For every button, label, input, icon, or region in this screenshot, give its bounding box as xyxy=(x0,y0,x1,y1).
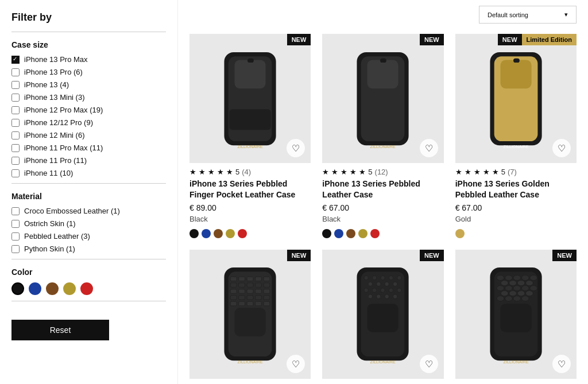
star-icon: ★ xyxy=(474,168,481,176)
svg-point-48 xyxy=(373,276,377,280)
review-count: (12) xyxy=(375,168,388,176)
new-badge: NEW xyxy=(552,250,577,261)
svg-point-78 xyxy=(497,286,504,291)
heart-icon: ♡ xyxy=(292,143,300,154)
case-size-filter-item: iPhone 12 Pro Max (19) xyxy=(11,106,166,114)
svg-point-85 xyxy=(517,291,525,296)
material-checkbox[interactable] xyxy=(11,245,20,253)
wishlist-button[interactable]: ♡ xyxy=(552,355,571,373)
sort-dropdown[interactable]: Default sorting ▾ xyxy=(479,6,577,24)
svg-rect-21 xyxy=(256,277,262,281)
review-count: (4) xyxy=(242,168,251,176)
svg-rect-32 xyxy=(264,289,270,293)
wishlist-button[interactable]: ♡ xyxy=(287,355,305,373)
filter-title: Filter by xyxy=(11,11,166,24)
new-badge: NEW xyxy=(498,34,522,45)
color-dot[interactable] xyxy=(370,229,380,238)
heart-icon: ♡ xyxy=(558,143,566,154)
svg-rect-18 xyxy=(230,277,237,281)
color-dot[interactable] xyxy=(334,229,343,238)
svg-point-75 xyxy=(509,281,517,286)
color-dot[interactable] xyxy=(202,229,211,238)
product-card: ZILLIONAIRE NEW♡★★★★★ 5 (1)iPhone 13 Ser… xyxy=(455,250,577,384)
product-image-wrap: ZILLIONAIRE NEW♡ xyxy=(189,34,311,163)
material-checkbox[interactable] xyxy=(11,220,20,228)
main-content: Default sorting ▾ ZILLIONAIRE NEW♡★★★★★ … xyxy=(178,0,588,384)
svg-rect-35 xyxy=(247,296,253,300)
badge-wrap: NEW xyxy=(420,250,444,261)
color-dot[interactable] xyxy=(322,229,331,238)
color-swatches xyxy=(11,282,166,295)
wishlist-button[interactable]: ♡ xyxy=(552,139,571,157)
product-price: € 67.00 xyxy=(455,203,577,212)
svg-rect-43 xyxy=(235,308,266,337)
color-dot[interactable] xyxy=(455,229,465,238)
color-swatch[interactable] xyxy=(46,282,59,295)
svg-point-74 xyxy=(501,281,508,286)
case-size-checkbox[interactable] xyxy=(11,157,20,165)
case-size-checkbox[interactable] xyxy=(11,94,20,102)
wishlist-button[interactable]: ♡ xyxy=(420,355,438,373)
star-icon: ★ xyxy=(189,168,196,176)
product-card: ZILLIONAIRE NEW♡★★★★★ 5 (1)iPhone 13 Ser… xyxy=(322,250,443,384)
rating-value: 5 xyxy=(501,168,505,176)
svg-point-71 xyxy=(513,276,521,281)
svg-rect-22 xyxy=(264,277,270,281)
case-size-checkbox[interactable] xyxy=(11,144,20,152)
svg-point-87 xyxy=(497,296,504,301)
case-size-checkbox[interactable] xyxy=(11,81,20,89)
rating-value: 5 xyxy=(368,168,372,176)
new-badge: NEW xyxy=(287,250,311,261)
case-size-checkbox[interactable] xyxy=(11,68,20,76)
svg-point-63 xyxy=(385,294,389,298)
material-filter-item: Croco Embossed Leather (1) xyxy=(11,207,166,215)
svg-text:ZILLIONAIRE: ZILLIONAIRE xyxy=(370,359,396,364)
svg-point-59 xyxy=(389,288,393,292)
svg-point-60 xyxy=(397,288,401,292)
svg-point-86 xyxy=(525,291,533,296)
color-dot[interactable] xyxy=(358,229,368,238)
product-price: € 89.00 xyxy=(189,203,311,212)
color-dot[interactable] xyxy=(238,229,247,238)
color-swatch[interactable] xyxy=(63,282,76,295)
material-checkbox[interactable] xyxy=(11,232,20,241)
svg-rect-25 xyxy=(247,283,253,287)
material-filter-label: Python Skin (1) xyxy=(24,245,75,253)
svg-point-73 xyxy=(530,276,537,281)
svg-rect-14 xyxy=(513,58,520,62)
svg-point-90 xyxy=(521,296,529,301)
svg-point-77 xyxy=(525,281,533,286)
color-swatch[interactable] xyxy=(11,282,24,295)
color-swatch[interactable] xyxy=(80,282,93,295)
product-name: iPhone 13 Series Pebbled Finger Pocket L… xyxy=(189,179,311,199)
svg-text:ZILLIONAIRE: ZILLIONAIRE xyxy=(238,143,263,149)
color-dot[interactable] xyxy=(226,229,235,238)
svg-point-64 xyxy=(393,294,397,298)
case-size-checkbox[interactable] xyxy=(11,56,20,64)
svg-point-76 xyxy=(517,281,525,286)
product-image-wrap: ZILLIONAIRE NEWLimited Edition♡ xyxy=(455,34,577,163)
product-image-wrap: ZILLIONAIRE NEW♡ xyxy=(322,250,443,379)
reset-button[interactable]: Reset xyxy=(11,320,109,340)
material-checkbox[interactable] xyxy=(11,207,20,215)
case-size-filter-item: iPhone 11 Pro Max (11) xyxy=(11,143,166,152)
divider-color xyxy=(11,259,166,259)
svg-text:ZILLIONAIRE: ZILLIONAIRE xyxy=(503,359,528,364)
color-dot[interactable] xyxy=(214,229,223,238)
case-size-checkbox[interactable] xyxy=(11,131,20,139)
color-dot[interactable] xyxy=(189,229,199,238)
star-icon: ★ xyxy=(359,168,366,176)
color-swatch[interactable] xyxy=(29,282,41,295)
review-count: (7) xyxy=(508,168,517,176)
product-rating: ★★★★★ 5 (12) xyxy=(322,168,443,176)
heart-icon: ♡ xyxy=(292,359,300,370)
case-size-checkbox[interactable] xyxy=(11,106,20,114)
color-dot[interactable] xyxy=(346,229,355,238)
star-icon: ★ xyxy=(199,168,206,176)
divider-top xyxy=(11,32,166,32)
case-size-checkbox[interactable] xyxy=(11,169,20,177)
case-size-filter-item: iPhone 13 Mini (3) xyxy=(11,93,166,102)
wishlist-button[interactable]: ♡ xyxy=(420,139,438,157)
case-size-checkbox[interactable] xyxy=(11,119,20,127)
wishlist-button[interactable]: ♡ xyxy=(287,139,305,157)
